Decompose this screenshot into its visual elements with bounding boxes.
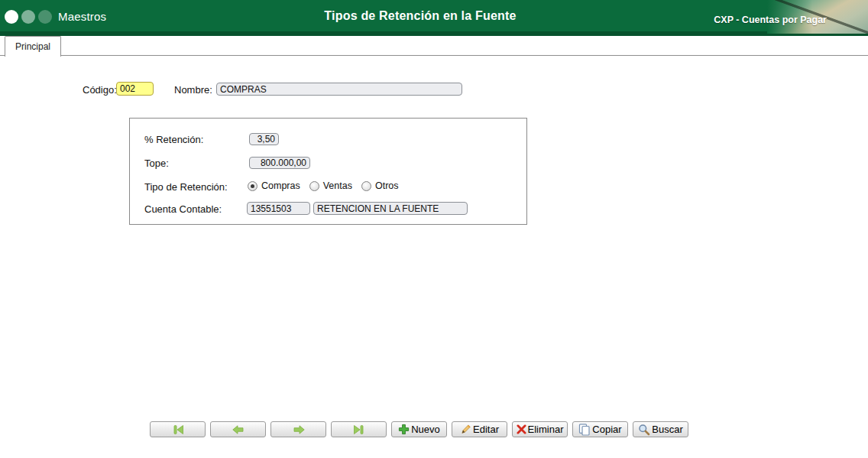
module-label: CXP - Cuentas por Pagar <box>714 15 827 25</box>
retencion-pct-input[interactable] <box>249 133 279 145</box>
cuenta-contable-label: Cuenta Contable: <box>144 203 222 215</box>
editar-button[interactable]: Editar <box>452 421 507 437</box>
tab-principal-label: Principal <box>15 41 50 52</box>
cuenta-contable-codigo-input[interactable] <box>247 202 310 215</box>
eliminar-button[interactable]: Eliminar <box>512 421 568 437</box>
tipo-retencion-label: Tipo de Retención: <box>144 181 228 193</box>
editar-button-label: Editar <box>473 424 499 435</box>
tab-principal[interactable]: Principal <box>5 36 61 57</box>
tope-input[interactable] <box>249 157 310 169</box>
skip-to-first-icon <box>169 424 187 435</box>
first-record-button[interactable] <box>150 421 206 437</box>
radio-compras[interactable] <box>248 181 257 191</box>
magnifier-icon <box>638 424 650 436</box>
pencil-icon <box>460 424 471 435</box>
copy-icon <box>578 424 591 436</box>
tope-label: Tope: <box>144 158 169 169</box>
nombre-label: Nombre: <box>174 84 212 96</box>
record-toolbar: Nuevo Editar Eliminar <box>150 421 688 437</box>
radio-compras-label: Compras <box>261 180 300 191</box>
next-record-button[interactable] <box>270 421 326 437</box>
nuevo-button[interactable]: Nuevo <box>391 421 447 437</box>
app-window: Maestros Tipos de Retención en la Fuente… <box>0 0 868 458</box>
radio-ventas-label: Ventas <box>323 180 352 191</box>
buscar-button[interactable]: Buscar <box>633 421 688 437</box>
radio-ventas[interactable] <box>309 181 319 191</box>
tab-strip: Principal <box>0 36 868 56</box>
plus-icon <box>398 424 410 435</box>
arrow-left-icon <box>229 424 248 435</box>
radio-otros[interactable] <box>361 181 371 191</box>
red-x-icon <box>517 424 526 434</box>
copiar-button[interactable]: Copiar <box>572 421 628 437</box>
codigo-input[interactable] <box>116 82 154 96</box>
nombre-input[interactable] <box>216 83 462 96</box>
previous-record-button[interactable] <box>210 421 266 437</box>
cuenta-contable-nombre-input[interactable] <box>313 202 468 215</box>
retencion-pct-label: % Retención: <box>144 134 203 145</box>
buscar-button-label: Buscar <box>652 424 682 435</box>
codigo-label: Código: <box>83 84 117 96</box>
radio-otros-label: Otros <box>375 180 399 191</box>
copiar-button-label: Copiar <box>592 424 621 435</box>
retencion-groupbox: % Retención: Tope: Tipo de Retención: Co… <box>129 118 527 225</box>
tipo-retencion-radio-group: Compras Ventas Otros <box>248 180 404 191</box>
nuevo-button-label: Nuevo <box>411 424 440 435</box>
eliminar-button-label: Eliminar <box>528 424 564 435</box>
app-header: Maestros Tipos de Retención en la Fuente… <box>0 0 868 36</box>
last-record-button[interactable] <box>331 421 387 437</box>
arrow-right-icon <box>290 424 308 435</box>
skip-to-last-icon <box>350 424 368 435</box>
